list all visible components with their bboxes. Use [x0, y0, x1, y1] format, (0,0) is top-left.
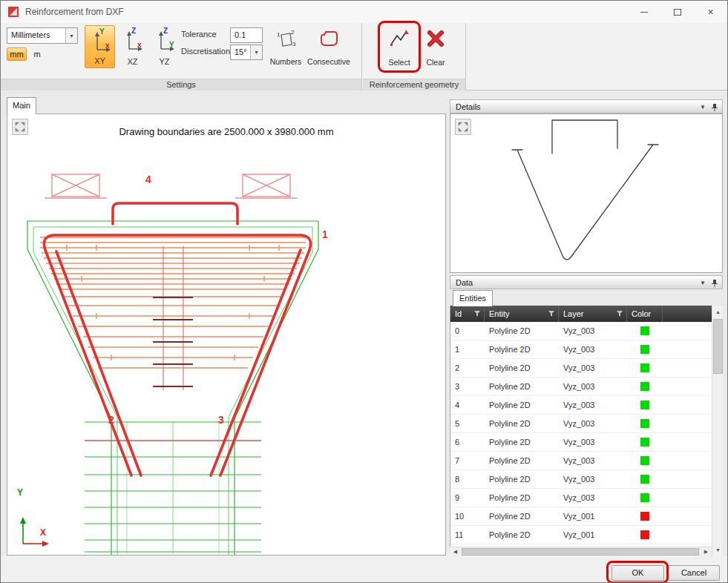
color-swatch	[640, 493, 649, 502]
close-button[interactable]: ×	[694, 1, 727, 23]
tab-main[interactable]: Main	[7, 97, 36, 114]
data-panel-header[interactable]: Data ▼	[450, 275, 723, 289]
table-row[interactable]: 1Polyline 2DVyz_003	[450, 340, 712, 359]
table-row[interactable]: 6Polyline 2DVyz_003	[450, 433, 712, 452]
svg-text:2: 2	[291, 29, 295, 36]
select-button-label: Select	[381, 58, 417, 67]
numbers-button[interactable]: 1 2 3 Numbers	[268, 25, 304, 68]
table-row[interactable]: 4Polyline 2DVyz_003	[450, 396, 712, 415]
discretisation-dropdown[interactable]: 15° ▾	[230, 45, 263, 60]
bar-label-3: 3	[218, 414, 224, 426]
tab-entities[interactable]: Entities	[453, 290, 493, 306]
reinforcement-geometry-group: Select Clear Reinforcement geometry	[363, 23, 466, 90]
cell-entity: Polyline 2D	[485, 326, 559, 335]
axis-letter-up: Z	[163, 27, 168, 35]
table-row[interactable]: 8Polyline 2DVyz_003	[450, 470, 712, 489]
color-swatch	[640, 326, 649, 335]
horizontal-scrollbar[interactable]: ◀ ▶	[450, 547, 712, 556]
close-icon: ×	[707, 6, 713, 18]
settings-group-label: Settings	[1, 79, 361, 90]
chevron-down-icon[interactable]: ▾	[65, 28, 77, 43]
svg-text:1: 1	[277, 31, 281, 38]
scroll-down-button[interactable]: ▼	[712, 544, 724, 556]
column-header-filler	[663, 306, 712, 322]
filter-icon[interactable]	[548, 310, 555, 317]
unit-mm-toggle[interactable]: mm	[7, 47, 27, 61]
select-polyline-icon	[389, 28, 410, 49]
table-row[interactable]: 7Polyline 2DVyz_003	[450, 452, 712, 470]
cell-entity: Polyline 2D	[485, 401, 559, 409]
table-row[interactable]: 9Polyline 2DVyz_003	[450, 489, 712, 507]
dialog-footer: OK Cancel	[1, 556, 727, 583]
tolerance-input[interactable]: 0.1	[230, 27, 263, 43]
axis-letter-right: x	[137, 41, 142, 49]
color-swatch	[640, 475, 649, 484]
chevron-down-icon[interactable]: ▾	[250, 45, 262, 59]
table-row[interactable]: 2Polyline 2DVyz_003	[450, 359, 712, 378]
color-swatch	[640, 401, 649, 409]
column-header-entity[interactable]: Entity	[485, 306, 559, 322]
table-row[interactable]: 11Polyline 2DVyz_001	[450, 526, 712, 544]
cell-color	[627, 530, 663, 539]
axis-letter-up: Y	[99, 27, 105, 36]
units-dropdown[interactable]: Millimeters ▾	[7, 27, 78, 44]
reinforcement-from-dxf-dialog: Reinforcement from DXF × Millimeters ▾ m…	[0, 0, 728, 583]
clear-button[interactable]: Clear	[419, 24, 452, 69]
unit-m-toggle[interactable]: m	[30, 47, 44, 61]
cell-id: 2	[450, 363, 485, 372]
plane-button-xz[interactable]: Z x XZ	[117, 25, 148, 68]
scroll-up-button[interactable]: ▲	[712, 306, 724, 317]
cell-layer: Vyz_003	[559, 419, 627, 428]
panel-dropdown-icon[interactable]: ▼	[700, 104, 706, 111]
cell-id: 0	[450, 326, 485, 335]
pin-icon[interactable]	[711, 103, 718, 112]
panel-dropdown-icon[interactable]: ▼	[700, 280, 706, 286]
details-preview-canvas[interactable]	[450, 113, 723, 273]
discretisation-label: Discretisation	[181, 47, 230, 56]
cell-entity: Polyline 2D	[485, 493, 559, 502]
details-panel-header[interactable]: Details ▼	[450, 99, 723, 113]
consecutive-button-label: Consecutive	[305, 57, 352, 66]
table-row[interactable]: 3Polyline 2DVyz_003	[450, 378, 712, 396]
table-row[interactable]: 0Polyline 2DVyz_003	[450, 322, 712, 340]
color-swatch	[640, 530, 649, 539]
filter-icon[interactable]	[473, 310, 481, 317]
expand-arrows-icon	[13, 119, 27, 134]
numbers-icon: 1 2 3	[275, 29, 297, 51]
plane-button-yz[interactable]: Z Y YZ	[149, 25, 180, 68]
minimize-button[interactable]	[627, 1, 660, 23]
discretisation-value: 15°	[231, 45, 250, 59]
pier-drawing	[7, 114, 447, 556]
plane-button-xy[interactable]: Y x XY	[85, 25, 115, 68]
cancel-button[interactable]: Cancel	[668, 565, 720, 581]
table-row[interactable]: 5Polyline 2DVyz_003	[450, 415, 712, 433]
main-drawing-canvas[interactable]: Drawing boundaries are 2500.000 x 3980.0…	[7, 113, 446, 556]
cell-entity: Polyline 2D	[485, 345, 559, 354]
cell-layer: Vyz_003	[559, 345, 627, 354]
data-panel-title: Data	[456, 278, 473, 287]
column-header-id[interactable]: Id	[450, 306, 485, 322]
pin-icon[interactable]	[711, 279, 718, 288]
select-button[interactable]: Select	[381, 24, 417, 69]
maximize-button[interactable]	[660, 1, 694, 23]
zoom-fit-button[interactable]	[12, 119, 28, 135]
vertical-scrollbar[interactable]: ▲ ▼	[712, 306, 723, 556]
ok-button[interactable]: OK	[611, 565, 664, 581]
filter-icon[interactable]	[616, 310, 623, 317]
minimize-icon	[640, 12, 648, 13]
axis-letter-right: Y	[169, 41, 174, 49]
table-row[interactable]: 10Polyline 2DVyz_001	[450, 507, 712, 526]
column-header-layer[interactable]: Layer	[559, 306, 627, 322]
color-swatch	[640, 345, 649, 354]
titlebar[interactable]: Reinforcement from DXF ×	[1, 1, 727, 23]
vertical-scroll-thumb[interactable]	[713, 319, 723, 374]
cell-id: 1	[450, 345, 485, 354]
cell-color	[627, 512, 663, 521]
maximize-icon	[674, 9, 681, 16]
numbers-button-label: Numbers	[268, 57, 304, 66]
consecutive-button[interactable]: Consecutive	[305, 25, 352, 68]
horizontal-scroll-thumb[interactable]	[462, 548, 699, 556]
column-header-color[interactable]: Color	[627, 306, 663, 322]
color-swatch	[640, 382, 649, 391]
zoom-fit-button[interactable]	[455, 119, 471, 135]
